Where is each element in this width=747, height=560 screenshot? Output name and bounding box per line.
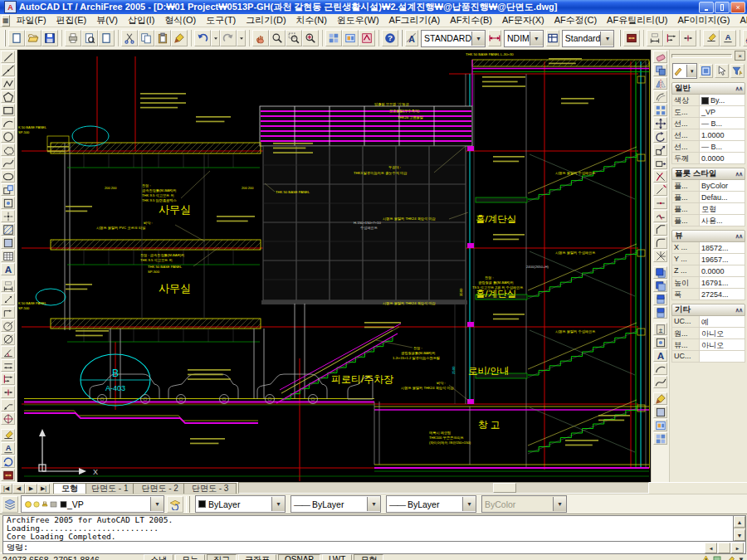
chevron-down-icon[interactable]: ▾: [600, 32, 613, 46]
property-value[interactable]: [699, 351, 745, 362]
zoom-window-button[interactable]: [286, 30, 302, 46]
property-value[interactable]: — B...: [699, 141, 745, 152]
open-button[interactable]: [25, 30, 42, 46]
toolbar-grip[interactable]: [4, 30, 6, 46]
status-toggle-모눈[interactable]: 모눈: [175, 554, 205, 560]
clean-screen-icon[interactable]: [713, 555, 724, 560]
properties-button[interactable]: [325, 30, 342, 46]
palette-grip[interactable]: [671, 54, 732, 58]
designcenter-button[interactable]: [342, 30, 359, 46]
undo-button[interactable]: [194, 30, 211, 46]
toolbar-grip[interactable]: [401, 30, 403, 46]
ellipse-button[interactable]: [1, 170, 15, 183]
menu-item-12[interactable]: AF수정(C): [549, 14, 602, 27]
selection-combo[interactable]: ▾: [672, 63, 697, 79]
layer-manager-button[interactable]: [2, 496, 18, 513]
property-row[interactable]: 선...1.0000: [671, 129, 745, 141]
chevron-down-icon[interactable]: ▾: [150, 497, 164, 511]
menu-item-4[interactable]: 형식(O): [159, 14, 201, 27]
property-value[interactable]: 18572...: [699, 242, 745, 253]
property-row[interactable]: Z ...0.0000: [671, 265, 745, 277]
layout-tab-2[interactable]: 단면도 - 2: [133, 483, 186, 494]
dim-style-panel-button[interactable]: [623, 30, 640, 46]
make-block-button[interactable]: [1, 197, 15, 209]
property-value[interactable]: 0.0000: [699, 153, 745, 163]
dim-baseline-button[interactable]: [1, 373, 15, 385]
restore-button[interactable]: [715, 2, 730, 13]
property-value[interactable]: — B...: [699, 118, 745, 129]
status-toggle-극좌표[interactable]: 극좌표: [238, 554, 276, 560]
mirror-button[interactable]: [653, 77, 667, 90]
palette-section-0[interactable]: 일반∧∧: [671, 82, 745, 95]
layer-previous-button[interactable]: [167, 496, 183, 513]
multiline-text-button[interactable]: A: [1, 263, 15, 275]
redo-button[interactable]: [220, 30, 237, 46]
tab-next-button[interactable]: ▶: [25, 484, 37, 494]
menu-item-13[interactable]: AF유틸리티(U): [602, 14, 672, 27]
property-row[interactable]: 두께0.0000: [671, 153, 745, 164]
extend-button[interactable]: [653, 183, 667, 196]
scroll-box[interactable]: [718, 543, 730, 553]
pan-button[interactable]: [252, 30, 269, 46]
property-value[interactable]: 16791...: [699, 277, 745, 288]
array-button[interactable]: [653, 104, 667, 116]
property-value[interactable]: _VP: [699, 106, 745, 117]
dim-update-button[interactable]: [1, 455, 15, 468]
save-button[interactable]: [42, 30, 58, 46]
text-style-manager-button[interactable]: A: [405, 30, 418, 46]
redo-list-button[interactable]: [237, 30, 246, 46]
publish-button[interactable]: [98, 30, 115, 46]
chevron-down-icon[interactable]: ▾: [471, 32, 485, 46]
chevron-down-icon[interactable]: ▾: [530, 32, 543, 46]
revision-cloud-button[interactable]: [1, 144, 15, 156]
status-toggle-OSNAP[interactable]: OSNAP: [278, 554, 320, 560]
property-row[interactable]: 높이16791...: [671, 277, 745, 289]
copy-object-button[interactable]: [653, 64, 667, 76]
dim-ordinate-button[interactable]: [1, 306, 15, 319]
property-value[interactable]: 19657...: [699, 254, 745, 265]
horizontal-scrollbar[interactable]: [238, 482, 649, 494]
undo-list-button[interactable]: [211, 30, 220, 46]
property-value[interactable]: By...: [699, 95, 745, 105]
property-row[interactable]: 플...사용...: [671, 215, 745, 226]
revcloud2-button[interactable]: [653, 376, 667, 388]
close-button[interactable]: ×: [730, 2, 745, 13]
dim-text-edit-button[interactable]: A: [1, 442, 15, 455]
line-button[interactable]: [1, 51, 15, 63]
palette-section-2[interactable]: 뷰∧∧: [671, 230, 745, 242]
break-at-point-button[interactable]: [653, 197, 667, 209]
dim-aligned-button[interactable]: [1, 293, 15, 305]
layout-tab-0[interactable]: 모형: [53, 483, 86, 494]
scroll-right-icon[interactable]: ▶: [731, 543, 744, 553]
dim-quick-button[interactable]: [1, 359, 15, 372]
command-scrollbar[interactable]: ▲ ▼: [733, 516, 745, 541]
menu-item-3[interactable]: 삽입(I): [123, 14, 159, 27]
property-row[interactable]: UC...예: [671, 316, 745, 328]
property-value[interactable]: ByColor: [699, 180, 745, 191]
spline-button[interactable]: [1, 157, 15, 169]
select-objects-button[interactable]: [715, 64, 729, 78]
status-toggle-직교[interactable]: 직교: [207, 554, 237, 560]
color-combo[interactable]: ByLayer▾: [195, 495, 286, 513]
status-toggle-스냅[interactable]: 스냅: [144, 554, 173, 560]
property-row[interactable]: 도..._VP: [671, 106, 745, 118]
toolbar-grip[interactable]: [186, 496, 190, 513]
copy-clip-button[interactable]: [138, 30, 154, 46]
rectangle-button[interactable]: [1, 104, 15, 116]
dim-linear-button[interactable]: [1, 280, 15, 292]
menu-item-8[interactable]: 윈도우(W): [332, 14, 384, 27]
toggle-pickadd-button[interactable]: [730, 64, 745, 78]
dim-edit-button[interactable]: [1, 429, 15, 441]
scroll-left-icon[interactable]: ◀: [705, 543, 717, 553]
dim-continue-button[interactable]: [680, 30, 696, 46]
dim-radius-button[interactable]: [1, 319, 15, 332]
help-button[interactable]: ?: [382, 30, 398, 46]
property-row[interactable]: 원...아니오: [671, 328, 745, 339]
annotation-icon[interactable]: [725, 555, 736, 560]
palette-close-icon[interactable]: ×: [735, 51, 745, 61]
rotate-button[interactable]: [653, 130, 667, 143]
image-frame-button[interactable]: [653, 419, 667, 431]
status-menu-icon[interactable]: ▼: [738, 556, 745, 560]
property-row[interactable]: 플...ByColor: [671, 180, 745, 192]
circle-button[interactable]: [1, 130, 15, 143]
